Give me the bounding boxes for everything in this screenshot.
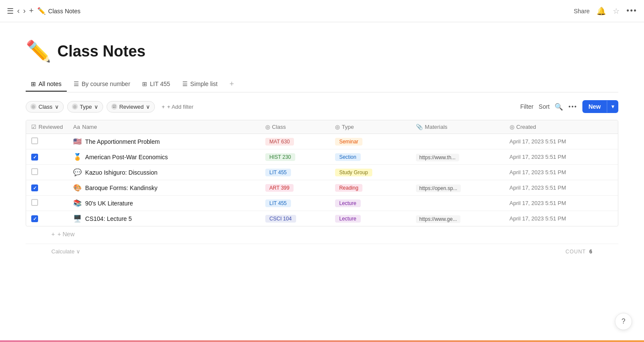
page-emoji: ✏️ <box>26 39 51 63</box>
row-created: April 17, 2023 5:51 PM <box>505 180 618 196</box>
row-name[interactable]: American Post-War Economics <box>85 154 168 161</box>
topbar-right: Share 🔔 ☆ ••• <box>574 6 637 16</box>
row-checkbox[interactable] <box>31 215 38 222</box>
list-icon: ☰ <box>74 80 79 87</box>
table-row[interactable]: 📚90's UK LiteratureLIT 455LectureApril 1… <box>26 196 618 211</box>
type-filter-label: Type <box>80 104 92 110</box>
table-row[interactable]: 💬Kazuo Ishiguro: DiscussionLIT 455Study … <box>26 165 618 180</box>
row-checkbox[interactable] <box>31 154 38 161</box>
row-checkbox[interactable] <box>31 184 38 191</box>
row-name[interactable]: Baroque Forms: Kandinsky <box>85 184 157 191</box>
notes-table: ☑ Reviewed Aa Name ◎ Class <box>26 120 618 226</box>
star-icon[interactable]: ☆ <box>613 6 620 16</box>
row-emoji: 💬 <box>73 168 82 176</box>
row-checkbox[interactable] <box>31 168 38 175</box>
th-type-label: Type <box>342 124 354 130</box>
row-type-tag: Study Group <box>335 169 372 176</box>
class-filter-label: Class <box>39 104 53 110</box>
table-icon: ⊞ <box>31 80 36 87</box>
search-icon[interactable]: 🔍 <box>555 103 563 111</box>
add-new-row[interactable]: + + New <box>26 226 618 242</box>
forward-icon[interactable]: › <box>23 6 26 15</box>
row-name-cell: 🇺🇸The Apportionment Problem <box>73 137 255 146</box>
tab-by-course[interactable]: ☰ By course number <box>68 77 136 92</box>
help-icon: ? <box>622 318 626 325</box>
row-name[interactable]: The Apportionment Problem <box>85 138 160 145</box>
add-new-icon: + <box>51 231 55 238</box>
th-created-label: Created <box>516 124 536 130</box>
more-options-icon[interactable]: ••• <box>626 6 637 15</box>
filter-button[interactable]: Filter <box>520 103 534 110</box>
th-materials: 📎 Materials <box>411 120 505 134</box>
row-name[interactable]: 90's UK Literature <box>85 200 133 207</box>
add-tab-button[interactable]: + <box>226 76 237 92</box>
th-name-label: Name <box>82 124 97 130</box>
add-filter-button[interactable]: + + Add filter <box>158 101 197 112</box>
table-row[interactable]: 🇺🇸The Apportionment ProblemMAT 630Semina… <box>26 134 618 149</box>
tab-all-notes[interactable]: ⊞ All notes <box>26 77 67 92</box>
back-icon[interactable]: ‹ <box>17 6 20 15</box>
add-icon[interactable]: + <box>29 6 34 15</box>
row-type-tag: Seminar <box>335 138 363 146</box>
sort-button[interactable]: Sort <box>539 103 550 110</box>
class-filter-button[interactable]: ◎ Class ∨ <box>26 101 64 113</box>
row-name[interactable]: Kazuo Ishiguro: Discussion <box>85 169 157 176</box>
row-type-tag: Lecture <box>335 215 361 223</box>
toolbar-more-icon[interactable]: ••• <box>568 103 577 110</box>
row-material-link[interactable]: https://www.ge... <box>416 215 460 223</box>
class-filter-arrow: ∨ <box>55 104 59 110</box>
calculate-label: Calculate <box>51 248 74 255</box>
row-material-link[interactable]: https://open.sp... <box>416 184 461 192</box>
row-emoji: 🇺🇸 <box>73 137 82 146</box>
table-icon-2: ⊞ <box>142 80 147 87</box>
row-created: April 17, 2023 5:51 PM <box>505 149 618 165</box>
count-value: 6 <box>589 249 593 255</box>
row-emoji: 🏅 <box>73 153 82 161</box>
row-checkbox[interactable] <box>31 199 38 206</box>
list-icon-2: ☰ <box>182 80 188 87</box>
row-class-tag: ART 399 <box>265 184 294 192</box>
row-type-tag: Section <box>335 153 361 161</box>
topbar-emoji: ✏️ <box>37 7 46 15</box>
main-content: ✏️ Class Notes ⊞ All notes ☰ By course n… <box>0 22 644 268</box>
row-name[interactable]: CS104: Lecture 5 <box>85 215 132 222</box>
tab-all-notes-label: All notes <box>39 80 62 87</box>
th-created-icon: ◎ <box>510 124 514 130</box>
help-button[interactable]: ? <box>615 313 632 330</box>
row-checkbox[interactable] <box>31 137 38 144</box>
tab-simple-list[interactable]: ☰ Simple list <box>177 77 223 92</box>
new-btn-arrow[interactable]: ▾ <box>607 101 618 113</box>
type-filter-button[interactable]: ◎ Type ∨ <box>67 101 103 113</box>
th-class-label: Class <box>272 124 286 130</box>
tabbar: ⊞ All notes ☰ By course number ⊞ LIT 455… <box>26 76 618 92</box>
menu-icon[interactable]: ☰ <box>7 6 14 16</box>
calculate-button[interactable]: Calculate ∨ <box>51 248 80 255</box>
row-material-link[interactable]: https://www.th... <box>416 154 459 161</box>
table-header-row: ☑ Reviewed Aa Name ◎ Class <box>26 120 618 134</box>
row-class-tag: HIST 230 <box>265 153 295 161</box>
tab-by-course-label: By course number <box>82 80 131 87</box>
row-emoji: 📚 <box>73 199 82 207</box>
th-materials-icon: 📎 <box>416 124 423 130</box>
table-footer: Calculate ∨ COUNT 6 <box>26 244 618 259</box>
row-type-tag: Lecture <box>335 199 361 207</box>
bell-icon[interactable]: 🔔 <box>597 6 606 16</box>
tab-lit-455[interactable]: ⊞ LIT 455 <box>137 77 175 92</box>
row-class-tag: MAT 630 <box>265 138 294 146</box>
row-name-cell: 🏅American Post-War Economics <box>73 153 255 161</box>
table-row[interactable]: 🏅American Post-War EconomicsHIST 230Sect… <box>26 149 618 165</box>
table-row[interactable]: 🖥️CS104: Lecture 5CSCI 104Lecturehttps:/… <box>26 211 618 226</box>
row-name-cell: 📚90's UK Literature <box>73 199 255 207</box>
table-row[interactable]: 🎨Baroque Forms: KandinskyART 399Readingh… <box>26 180 618 196</box>
th-reviewed-label: Reviewed <box>39 124 63 130</box>
calculate-arrow: ∨ <box>76 248 80 255</box>
share-button[interactable]: Share <box>574 8 590 15</box>
row-emoji: 🎨 <box>73 184 82 192</box>
bottom-accent-bar <box>0 340 644 342</box>
row-name-cell: 🖥️CS104: Lecture 5 <box>73 214 255 223</box>
tab-lit-455-label: LIT 455 <box>150 80 170 87</box>
new-button[interactable]: New ▾ <box>582 100 618 113</box>
topbar-left: ☰ ‹ › + ✏️ Class Notes <box>7 6 574 16</box>
reviewed-filter-button[interactable]: ☑ Reviewed ∨ <box>107 101 155 113</box>
reviewed-filter-arrow: ∨ <box>146 104 150 110</box>
